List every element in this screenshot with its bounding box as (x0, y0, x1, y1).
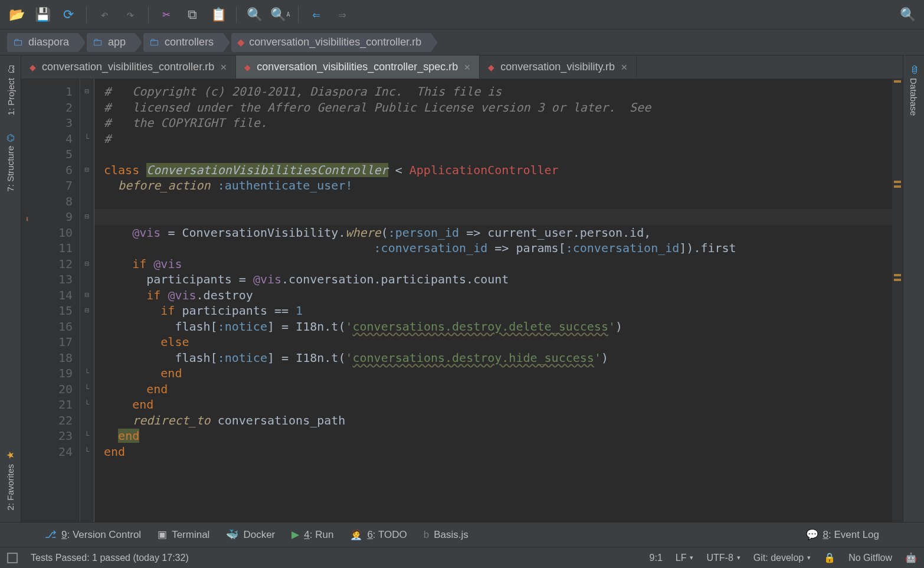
chat-icon: 💬 (806, 528, 818, 541)
sidebar-label: Database (909, 78, 919, 116)
code-line[interactable]: if participants == 1 (104, 303, 892, 319)
code-line[interactable]: # (104, 131, 892, 147)
fold-marker-icon[interactable]: └ (80, 131, 94, 147)
stripe-mark[interactable] (894, 181, 901, 183)
caret-position[interactable]: 9:1 (650, 553, 663, 563)
code-line[interactable]: end (104, 428, 892, 444)
fold-marker-icon[interactable]: ⊟ (80, 303, 94, 319)
fold-marker-icon[interactable]: └ (80, 444, 94, 460)
toolbar-separator (86, 6, 87, 23)
code-line[interactable]: @vis = ConversationVisibility.where(:per… (104, 225, 892, 241)
copy-icon[interactable]: ⧉ (181, 3, 204, 27)
tool-basis[interactable]: b Basis.js (424, 529, 468, 541)
zoom-icon[interactable]: 🔍 (243, 3, 266, 27)
code-line[interactable]: end (104, 365, 892, 381)
fold-marker-icon[interactable]: └ (80, 365, 94, 381)
btab-label: 4: Run (304, 529, 333, 541)
editor: ◆ conversation_visibilities_controller.r… (21, 56, 903, 522)
undo-icon[interactable]: ↶ (93, 3, 116, 27)
fold-marker-icon[interactable]: ⊟ (80, 84, 94, 100)
editor-tab[interactable]: ◆ conversation_visibilities_controller.r… (21, 56, 236, 79)
paste-icon[interactable]: 📋 (207, 3, 230, 27)
tool-project[interactable]: 1: Project 🗂 (3, 60, 18, 120)
tool-structure[interactable]: 7: Structure ⌬ (2, 129, 18, 197)
code-line[interactable]: if @vis.destroy (104, 288, 892, 303)
ruby-file-icon: ◆ (488, 63, 494, 72)
tab-label: conversation_visibilities_controller_spe… (257, 61, 458, 73)
redo-icon[interactable]: ↷ (119, 3, 142, 27)
code-content[interactable]: # Copyright (c) 2010-2011, Diaspora Inc.… (94, 79, 892, 522)
tool-todo[interactable]: 🧑‍💼 6: TODO (350, 528, 407, 541)
code-line[interactable] (104, 146, 892, 162)
code-area[interactable]: 123456789⬇101112131415161718192021222324… (21, 79, 903, 522)
folder-icon: 🗀 (149, 36, 160, 48)
code-line[interactable]: end (104, 397, 892, 413)
stripe-mark[interactable] (894, 274, 901, 276)
code-line[interactable]: end (104, 444, 892, 460)
error-stripe[interactable] (892, 79, 903, 522)
line-gutter: 123456789⬇101112131415161718192021222324 (21, 79, 80, 522)
fold-marker-icon[interactable]: ⊟ (80, 162, 94, 178)
breadcrumb-item[interactable]: 🗀 app (87, 33, 135, 52)
code-line[interactable] (104, 194, 892, 210)
global-search-icon[interactable]: 🔍 (896, 3, 919, 27)
fold-marker-icon[interactable]: ⊟ (80, 288, 94, 303)
git-branch[interactable]: Git: develop▾ (753, 553, 811, 563)
breadcrumb-item[interactable]: 🗀 controllers (143, 33, 223, 52)
status-message: Tests Passed: 1 passed (today 17:32) (31, 553, 189, 563)
code-line[interactable]: # licensed under the Affero General Publ… (104, 100, 892, 116)
fold-marker-icon[interactable]: ⊟ (80, 256, 94, 272)
code-line[interactable]: flash[:notice] = I18n.t('conversations.d… (104, 319, 892, 335)
btab-label: 6: TODO (367, 529, 407, 541)
code-line[interactable]: # Copyright (c) 2010-2011, Diaspora Inc.… (104, 84, 892, 100)
tool-run[interactable]: ▶ 4: Run (291, 528, 333, 541)
code-line[interactable]: else (104, 334, 892, 350)
back-icon[interactable]: ⇐ (304, 3, 328, 27)
code-line[interactable]: if @vis (104, 256, 892, 272)
tool-event-log[interactable]: 💬 8: Event Log (806, 528, 879, 541)
close-icon[interactable]: ✕ (621, 63, 628, 72)
code-line[interactable]: end (104, 381, 892, 397)
tool-favorites[interactable]: 2: Favorites ★ (2, 445, 18, 515)
tool-database[interactable]: 🛢 Database (906, 60, 922, 120)
stripe-mark[interactable] (894, 80, 901, 83)
forward-icon[interactable]: ⇒ (330, 3, 354, 27)
code-line[interactable]: participants = @vis.conversation.partici… (104, 272, 892, 288)
gitflow-status[interactable]: No Gitflow (848, 553, 892, 563)
fold-marker-icon[interactable]: └ (80, 381, 94, 397)
line-separator[interactable]: LF▾ (676, 553, 694, 563)
code-line[interactable]: :conversation_id => params[:conversation… (104, 240, 892, 256)
tool-terminal[interactable]: ▣ Terminal (158, 528, 209, 541)
find-icon[interactable]: 🔍A (268, 3, 292, 27)
breadcrumb-item[interactable]: ◆ conversation_visibilities_controller.r… (231, 33, 431, 52)
code-line[interactable]: flash[:notice] = I18n.t('conversations.d… (104, 350, 892, 366)
ruby-file-icon: ◆ (30, 63, 36, 72)
open-icon[interactable]: 📂 (5, 3, 28, 27)
lock-icon[interactable]: 🔒 (824, 552, 835, 563)
save-icon[interactable]: 💾 (31, 3, 54, 27)
cut-icon[interactable]: ✂ (155, 3, 178, 27)
structure-icon: ⌬ (6, 133, 15, 144)
todo-icon: 🧑‍💼 (350, 528, 362, 541)
file-encoding[interactable]: UTF-8▾ (706, 553, 740, 563)
close-icon[interactable]: ✕ (220, 63, 227, 72)
code-line[interactable]: redirect_to conversations_path (104, 413, 892, 429)
editor-tab[interactable]: ◆ conversation_visibilities_controller_s… (236, 56, 480, 79)
close-icon[interactable]: ✕ (464, 63, 471, 72)
code-line[interactable]: class ConversationVisibilitiesController… (104, 162, 892, 178)
editor-tab[interactable]: ◆ conversation_visibility.rb ✕ (480, 56, 637, 79)
fold-marker-icon[interactable]: └ (80, 397, 94, 413)
code-line[interactable]: # the COPYRIGHT file. (104, 115, 892, 131)
tool-docker[interactable]: 🐳 Docker (226, 528, 275, 541)
folder-icon: 🗀 (93, 36, 103, 48)
sync-icon[interactable]: ⟳ (57, 3, 80, 27)
tool-vcs[interactable]: ⎇ 9: Version Control (45, 528, 141, 541)
ide-mascot-icon[interactable]: 🤖 (905, 552, 917, 563)
code-line[interactable]: before_action :authenticate_user! (104, 178, 892, 194)
fold-marker-icon[interactable]: └ (80, 428, 94, 444)
tool-window-toggle-icon[interactable] (7, 553, 18, 563)
breadcrumb-item[interactable]: 🗀 diaspora (7, 33, 78, 52)
fold-marker-icon[interactable]: ⊟ (80, 209, 94, 225)
stripe-mark[interactable] (894, 279, 901, 281)
stripe-mark[interactable] (894, 185, 901, 188)
